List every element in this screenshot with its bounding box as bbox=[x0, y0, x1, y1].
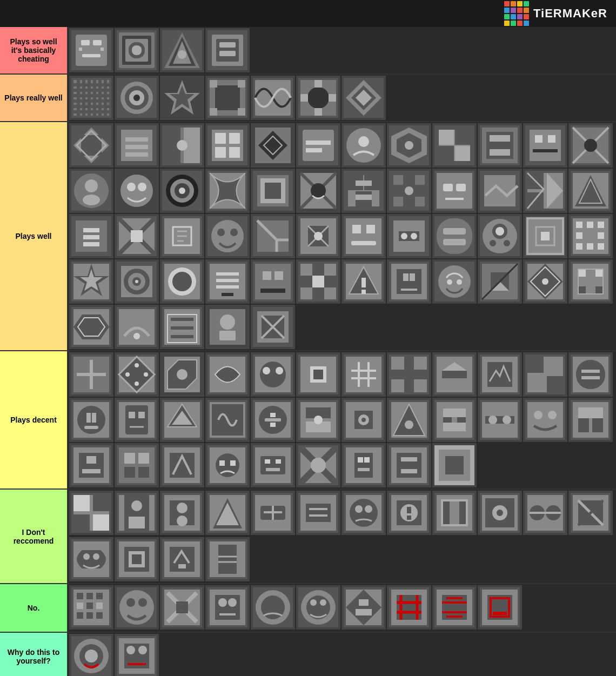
svg-rect-47 bbox=[215, 85, 240, 110]
svg-rect-426 bbox=[266, 468, 280, 471]
svg-point-493 bbox=[83, 553, 90, 560]
svg-rect-58 bbox=[329, 94, 336, 102]
svg-point-454 bbox=[177, 516, 188, 526]
tier-items-f bbox=[68, 633, 616, 676]
list-item bbox=[568, 352, 613, 397]
svg-rect-50 bbox=[210, 108, 217, 116]
list-item bbox=[432, 169, 477, 213]
svg-rect-187 bbox=[346, 218, 381, 254]
svg-rect-3 bbox=[93, 40, 102, 45]
list-item bbox=[69, 537, 113, 581]
list-item bbox=[160, 169, 204, 213]
list-item bbox=[205, 585, 250, 630]
list-item bbox=[568, 398, 613, 442]
svg-point-453 bbox=[177, 503, 188, 513]
list-item bbox=[523, 259, 567, 304]
list-item bbox=[160, 28, 204, 72]
svg-rect-394 bbox=[527, 402, 563, 438]
list-item bbox=[115, 305, 159, 349]
svg-point-304 bbox=[135, 381, 139, 386]
list-item bbox=[296, 585, 340, 630]
svg-rect-513 bbox=[86, 603, 93, 609]
list-item bbox=[115, 214, 159, 258]
svg-point-178 bbox=[217, 229, 225, 236]
svg-rect-432 bbox=[358, 457, 363, 463]
list-item bbox=[115, 585, 159, 630]
svg-rect-512 bbox=[77, 603, 83, 609]
list-item bbox=[160, 305, 204, 349]
list-item bbox=[432, 398, 477, 442]
svg-rect-433 bbox=[364, 457, 370, 463]
svg-rect-247 bbox=[312, 276, 324, 287]
svg-rect-542 bbox=[356, 609, 372, 615]
list-item bbox=[432, 259, 477, 304]
svg-rect-100 bbox=[455, 146, 470, 161]
svg-point-119 bbox=[83, 195, 100, 205]
svg-rect-234 bbox=[216, 272, 239, 276]
svg-rect-286 bbox=[171, 335, 193, 338]
svg-rect-406 bbox=[82, 469, 101, 473]
svg-point-313 bbox=[260, 362, 286, 387]
svg-point-494 bbox=[93, 553, 99, 560]
list-item bbox=[251, 352, 295, 397]
tier-row-d: I Don't reccomend bbox=[0, 490, 616, 584]
list-item bbox=[342, 352, 386, 397]
tier-label-d: I Don't reccomend bbox=[0, 490, 68, 583]
svg-rect-237 bbox=[222, 293, 233, 296]
svg-point-118 bbox=[85, 179, 98, 192]
svg-rect-499 bbox=[132, 554, 142, 564]
list-item bbox=[69, 398, 113, 442]
list-item bbox=[432, 585, 477, 630]
list-item bbox=[568, 123, 613, 168]
list-item bbox=[115, 491, 159, 535]
svg-point-429 bbox=[311, 458, 326, 473]
svg-rect-514 bbox=[96, 603, 103, 609]
list-item bbox=[387, 585, 431, 630]
svg-point-123 bbox=[138, 183, 146, 191]
svg-rect-349 bbox=[92, 413, 96, 423]
svg-rect-155 bbox=[456, 184, 466, 191]
list-item bbox=[251, 443, 295, 487]
list-item bbox=[251, 169, 295, 213]
list-item bbox=[387, 214, 431, 258]
svg-rect-72 bbox=[125, 145, 148, 149]
svg-rect-367 bbox=[270, 413, 276, 417]
svg-rect-527 bbox=[215, 595, 240, 620]
list-item bbox=[251, 585, 295, 630]
tiermaker-text: TiERMAKeR bbox=[533, 6, 607, 21]
svg-rect-215 bbox=[576, 243, 582, 250]
svg-point-128 bbox=[179, 188, 185, 194]
svg-rect-398 bbox=[573, 402, 608, 438]
list-item bbox=[387, 443, 431, 487]
svg-rect-437 bbox=[397, 453, 421, 478]
svg-rect-188 bbox=[352, 225, 361, 233]
svg-rect-189 bbox=[366, 225, 375, 233]
list-item bbox=[478, 491, 522, 535]
list-item bbox=[160, 585, 204, 630]
svg-point-537 bbox=[320, 599, 326, 606]
list-item bbox=[251, 214, 295, 258]
svg-rect-154 bbox=[443, 184, 453, 191]
svg-rect-354 bbox=[129, 412, 135, 418]
list-item bbox=[432, 491, 477, 535]
svg-rect-35 bbox=[73, 105, 109, 108]
svg-rect-324 bbox=[358, 362, 360, 387]
list-item bbox=[296, 491, 340, 535]
list-item bbox=[296, 123, 340, 168]
svg-rect-271 bbox=[595, 269, 603, 277]
list-item bbox=[523, 169, 567, 213]
list-item bbox=[205, 28, 250, 72]
svg-rect-57 bbox=[300, 94, 308, 102]
svg-point-179 bbox=[230, 229, 238, 236]
list-item bbox=[342, 491, 386, 535]
list-item bbox=[296, 259, 340, 304]
svg-rect-473 bbox=[407, 516, 411, 520]
svg-rect-197 bbox=[437, 218, 472, 254]
svg-rect-366 bbox=[265, 418, 281, 421]
tier-items-a bbox=[68, 75, 616, 121]
svg-point-536 bbox=[310, 599, 317, 606]
svg-rect-332 bbox=[442, 371, 467, 378]
list-item bbox=[115, 259, 159, 304]
list-item bbox=[568, 491, 613, 535]
svg-rect-516 bbox=[86, 612, 93, 619]
